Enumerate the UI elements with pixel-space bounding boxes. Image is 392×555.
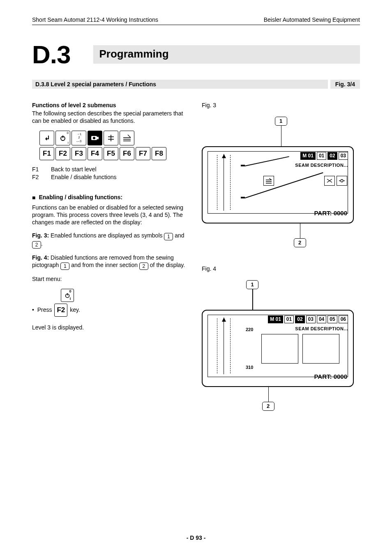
subsection-figref: Fig. 3/4 xyxy=(330,80,360,89)
f1-key: F1 xyxy=(39,147,54,160)
camera-icon xyxy=(88,131,102,145)
callout-2: 2 xyxy=(294,238,306,247)
enable-disable-text: Functions can be enabled or disabled for… xyxy=(32,204,190,226)
f6-key: F6 xyxy=(120,147,134,160)
header-left: Short Seam Automat 2112-4 Working Instru… xyxy=(32,16,158,23)
tab: 02 xyxy=(327,152,337,160)
align-icon xyxy=(104,131,118,145)
left-column: Functions of level 2 submenus The follow… xyxy=(32,102,190,429)
level2-heading: Functions of level 2 submenus xyxy=(32,102,190,109)
enable-disable-heading: Enabling / disabling functions: xyxy=(39,194,122,201)
part-number: PART: 0000 xyxy=(314,209,347,217)
tab: 05 xyxy=(327,315,337,323)
stack-small-icon xyxy=(263,176,274,186)
svg-point-4 xyxy=(93,137,95,139)
fig4-n2: 310 xyxy=(246,364,253,370)
subsection-label: D.3.8 Level 2 special parameters / Funct… xyxy=(32,80,328,89)
section-number: D.3 xyxy=(32,40,93,69)
tab: 03 xyxy=(306,315,316,323)
fig4-tabs: M 01 01 02 03 04 05 06 xyxy=(268,315,348,323)
start-menu-label: Start menu: xyxy=(32,276,190,283)
header-right: Beisler Automated Sewing Equipment xyxy=(264,16,360,23)
def-val: Back to start level xyxy=(51,166,97,173)
ref-1-icon: 1 xyxy=(60,263,69,270)
fkey-definitions: F1Back to start level F2Enable / disable… xyxy=(32,166,190,181)
ref-2-icon: 2 xyxy=(139,263,148,270)
f4-key: F4 xyxy=(88,147,102,160)
callout-1: 1 xyxy=(275,117,287,126)
icon-row: 0 I →1 2---3 xyxy=(39,131,190,145)
stack-icon xyxy=(120,131,134,145)
f2-key: F2 xyxy=(55,147,70,160)
tab: 04 xyxy=(317,315,326,323)
ref-2-icon: 2 xyxy=(32,241,41,249)
level3-displayed: Level 3 is displayed. xyxy=(32,324,190,332)
f5-key: F5 xyxy=(104,147,118,160)
def-key: F2 xyxy=(32,174,51,181)
page-footer: - D 93 - xyxy=(0,534,392,541)
fig4-label: Fig. 4 xyxy=(202,265,360,273)
right-column: Fig. 3 1 xyxy=(202,102,360,429)
def-key: F1 xyxy=(32,166,51,173)
tab: 01 xyxy=(317,152,326,160)
f3-key: F3 xyxy=(71,147,86,160)
tab-m: M 01 xyxy=(268,315,283,323)
list-icon: →1 2---3 xyxy=(71,131,86,145)
callout-1: 1 xyxy=(246,280,258,289)
svg-point-10 xyxy=(341,180,343,182)
fig3-screen: M 01 01 02 03 SEAM DESCRIPTION... xyxy=(202,146,354,223)
eye-icon xyxy=(337,176,347,186)
section-title: Programming xyxy=(93,45,360,64)
press-f2-line: • Press F2 key. xyxy=(32,304,190,317)
tab-m: M 01 xyxy=(300,152,316,160)
svg-rect-3 xyxy=(97,137,99,139)
def-val: Enable / disable functions xyxy=(51,174,117,181)
f8-key: F8 xyxy=(152,147,166,160)
power-toggle-icon: 0 I xyxy=(55,131,70,145)
tab: 01 xyxy=(284,315,294,323)
return-icon xyxy=(39,131,54,145)
tab: 06 xyxy=(339,315,348,323)
tab: 02 xyxy=(295,315,304,323)
square-bullet-icon: ■ xyxy=(32,194,35,202)
part-number: PART: 0000 xyxy=(314,373,347,380)
fig3-label: Fig. 3 xyxy=(202,102,360,109)
power-toggle-icon: 0 I xyxy=(61,289,74,302)
fig3-tabs: M 01 01 02 03 xyxy=(300,152,348,160)
seam-desc: SEAM DESCRIPTION... xyxy=(261,162,348,168)
callout-2: 2 xyxy=(262,402,274,411)
fig4-text: Fig. 4: Disabled functions are removed f… xyxy=(32,254,190,270)
f2-key-inline: F2 xyxy=(54,304,67,317)
f7-key: F7 xyxy=(136,147,150,160)
fig4-screen: 220 310 M 01 01 02 03 04 05 xyxy=(202,310,354,387)
tab: 03 xyxy=(339,152,348,160)
fkey-row: F1 F2 F3 F4 F5 F6 F7 F8 xyxy=(39,147,190,160)
fig3-text: Fig. 3: Enabled functions are displayed … xyxy=(32,232,190,249)
level2-intro: The following section describes the spec… xyxy=(32,110,190,125)
seam-desc: SEAM DESCRIPTION... xyxy=(243,326,348,332)
ref-1-icon: 1 xyxy=(164,233,173,240)
trim-icon xyxy=(324,176,335,186)
